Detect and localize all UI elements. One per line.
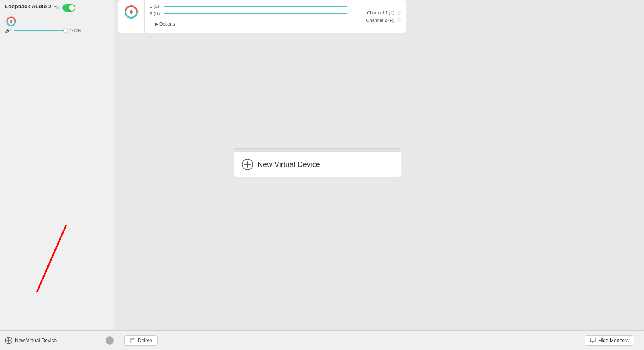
sidebar-bottom: New Virtual Device − [5,331,119,350]
arrow-annotation [25,221,83,305]
audio-card: 1 (L) 2 (R) ▶ Options Channel 1 (L) [118,0,406,33]
channel-line-1 [164,6,347,7]
volume-thumb [63,28,68,33]
svg-marker-3 [29,285,45,298]
delete-label: Delete [138,338,152,343]
remove-device-button[interactable]: − [106,336,114,345]
delete-button[interactable]: Delete [124,335,158,346]
bottom-new-virtual-device-button[interactable]: New Virtual Device [5,337,57,344]
volume-row: 🔊 100% [5,28,109,33]
output-dot-1 [397,11,401,15]
loopback-icon [5,15,17,28]
monitor-icon [590,338,596,343]
device-toggle-row: Loopback Audio 2 On [5,3,109,12]
output-section: Channel 1 (L) Channel 2 (R) [352,0,406,33]
svg-rect-16 [590,338,595,342]
plus-circle-icon [242,159,253,170]
svg-point-5 [130,10,133,14]
channel-line-2 [164,13,347,14]
source-section [118,0,145,33]
volume-icon: 🔊 [5,28,11,33]
output-label-2: Channel 2 (R) [357,18,394,23]
device-title: Loopback Audio 2 [5,3,51,9]
channel-row-2: 2 (R) [150,11,347,16]
bottom-new-device-label: New Virtual Device [15,338,57,343]
hide-monitors-button[interactable]: Hide Monitors [585,335,634,346]
on-label: On [54,5,60,10]
output-dot-2 [397,18,401,22]
main-area: Loopback Audio 2 On 🔊 100% [0,0,644,330]
app-container: Loopback Audio 2 On 🔊 100% [0,0,644,350]
svg-rect-12 [131,339,134,343]
trash-icon [130,338,135,343]
volume-percent: 100% [70,28,81,33]
output-row-2: Channel 2 (R) [357,18,401,23]
channel-row-1: 1 (L) [150,4,347,9]
bottom-toolbar: New Virtual Device − Delete [0,330,644,350]
options-label: ▶ Options [155,21,175,26]
source-icon [123,4,139,20]
new-device-top-bar [234,149,401,152]
options-row[interactable]: ▶ Options [150,19,347,29]
new-device-card: New Virtual Device [234,148,401,177]
output-label-1: Channel 1 (L) [357,10,394,15]
svg-line-2 [37,226,66,291]
channel-label-1: 1 (L) [150,4,162,9]
new-device-label: New Virtual Device [257,160,320,169]
toggle-switch[interactable] [62,4,75,12]
channel-label-2: 2 (R) [150,11,162,16]
svg-point-1 [10,20,12,23]
content-bottom: Delete Hide Monitors [119,335,639,346]
new-virtual-device-button[interactable]: New Virtual Device [234,152,401,177]
output-row-1: Channel 1 (L) [357,10,401,15]
content-area: 1 (L) 2 (R) ▶ Options Channel 1 (L) [114,0,644,330]
volume-fill [14,30,67,31]
volume-slider[interactable] [14,30,67,31]
hide-monitors-label: Hide Monitors [598,338,629,343]
bottom-plus-circle-icon [5,337,12,344]
sidebar: Loopback Audio 2 On 🔊 100% [0,0,114,330]
